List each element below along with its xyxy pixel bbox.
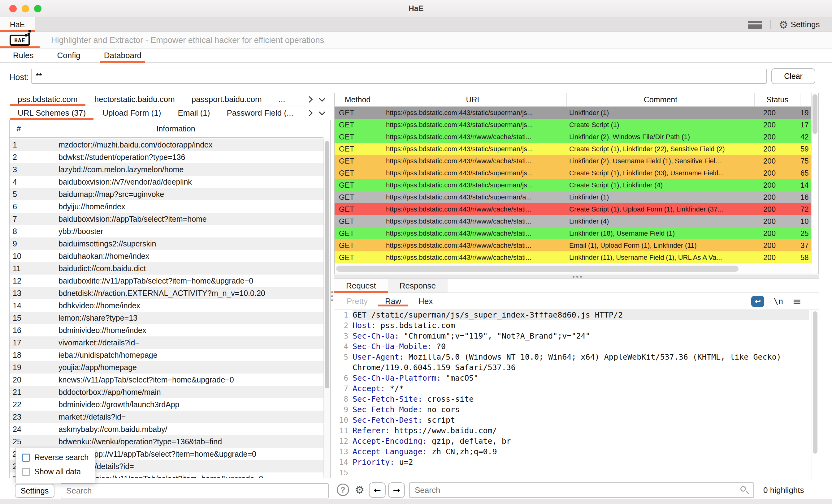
table-row[interactable]: 7 baiduboxvision://appTab/select?item=ho… bbox=[9, 213, 323, 225]
table-row[interactable]: 2 bdwkst://student/operation?type=136 bbox=[9, 151, 323, 163]
reverse-search-checkbox[interactable] bbox=[22, 454, 30, 461]
search-next-button[interactable]: → bbox=[388, 482, 405, 498]
table-row[interactable]: 22 bdminivideo://growth/launch3rdApp bbox=[9, 398, 323, 411]
table-row[interactable]: 3 lazybd://com.melon.lazymelon/home bbox=[9, 163, 323, 176]
help-icon[interactable]: ? bbox=[337, 484, 349, 496]
search-prev-button[interactable]: ← bbox=[369, 482, 386, 498]
row-index: 21 bbox=[9, 386, 28, 398]
format-tab[interactable]: Hex bbox=[410, 297, 441, 306]
tab-list-dropdown-icon[interactable] bbox=[319, 109, 325, 115]
column-header-status[interactable]: Status bbox=[755, 93, 800, 106]
show-all-data-option[interactable]: Show all data bbox=[22, 467, 81, 476]
tab-overflow-next-icon[interactable] bbox=[306, 96, 313, 103]
traffic-row[interactable]: GET https://pss.bdstatic.com:443/r/www/c… bbox=[335, 131, 811, 143]
type-tab-label: Password Field (... bbox=[227, 108, 293, 118]
traffic-row[interactable]: GET https://pss.bdstatic.com:443/static/… bbox=[335, 179, 811, 191]
clear-button[interactable]: Clear bbox=[771, 68, 815, 84]
column-header-index[interactable]: # bbox=[9, 120, 28, 137]
traffic-table-vscrollbar[interactable] bbox=[811, 93, 818, 263]
editor-scrollbar[interactable] bbox=[812, 310, 818, 480]
type-tab[interactable]: URL Schemes (37) bbox=[9, 106, 94, 120]
left-search-input[interactable] bbox=[61, 483, 329, 499]
row-index: 15 bbox=[9, 312, 28, 324]
scrollbar-thumb[interactable] bbox=[336, 265, 738, 272]
table-row[interactable]: 4 baiduboxvision://v7/vendor/ad/deeplink bbox=[9, 176, 323, 188]
column-header-information[interactable]: Information bbox=[28, 120, 323, 137]
traffic-row[interactable]: GET https://pss.bdstatic.com:443/static/… bbox=[335, 143, 811, 155]
reverse-search-option[interactable]: Reverse search bbox=[22, 453, 88, 462]
row-information: bdwenku://wenku/operation?type=136&tab=f… bbox=[28, 437, 323, 446]
traffic-table-hscrollbar[interactable] bbox=[335, 264, 811, 274]
host-tab[interactable]: ... bbox=[270, 93, 294, 106]
table-row[interactable]: 14 bdhkvideo://home/index bbox=[9, 299, 323, 312]
traffic-row[interactable]: GET https://pss.bdstatic.com:443/static/… bbox=[335, 119, 811, 131]
format-tab[interactable]: Raw bbox=[376, 297, 410, 306]
table-row[interactable]: 23 market://details?id= bbox=[9, 411, 323, 423]
column-header-method[interactable]: Method bbox=[335, 93, 381, 106]
table-row[interactable]: 21 bddoctorbox://app/home/main bbox=[9, 386, 323, 398]
tab-hae[interactable]: HaE bbox=[0, 17, 35, 32]
type-tab[interactable]: Email (1) bbox=[169, 106, 218, 120]
type-tab[interactable]: Password Field (... bbox=[218, 106, 302, 120]
table-row[interactable]: 5 baidumap://map?src=uginvoke bbox=[9, 188, 323, 200]
table-row[interactable]: 11 baidudict://com.baidu.dict bbox=[9, 262, 323, 275]
editor-menu-icon[interactable]: ≡ bbox=[793, 295, 802, 308]
traffic-row[interactable]: GET https://pss.bdstatic.com:443/r/www/c… bbox=[335, 251, 811, 263]
table-row[interactable]: 6 bdyiju://home/index bbox=[9, 200, 323, 213]
host-tab[interactable]: hectorstatic.baidu.com bbox=[86, 93, 183, 106]
nav-tab[interactable]: Config bbox=[53, 49, 84, 62]
request-editor[interactable]: 1 GET /static/superman/js/s_super_index-… bbox=[334, 310, 811, 480]
table-row[interactable]: 15 lemon://share?type=13 bbox=[9, 312, 323, 324]
traffic-row[interactable]: GET https://pss.bdstatic.com:443/r/www/c… bbox=[335, 203, 811, 215]
show-newlines-icon[interactable]: \n bbox=[774, 297, 783, 306]
table-row[interactable]: 18 ieba://unidispatch/homepage bbox=[9, 349, 323, 361]
traffic-row[interactable]: GET https://pss.bdstatic.com:443/r/www/c… bbox=[335, 215, 811, 227]
table-row[interactable]: 10 baiduhaokan://home/index bbox=[9, 250, 323, 262]
host-tab[interactable]: pss.bdstatic.com bbox=[9, 93, 86, 106]
layout-icon[interactable] bbox=[748, 21, 762, 29]
host-filter-input[interactable] bbox=[31, 68, 767, 84]
left-settings-button[interactable]: Settings bbox=[15, 484, 54, 498]
table-row[interactable]: 1 mzdoctor://muzhi.baidu.com/doctorapp/i… bbox=[9, 139, 323, 151]
table-row[interactable]: 25 bdwenku://wenku/operation?type=136&ta… bbox=[9, 436, 323, 448]
editor-search-input[interactable] bbox=[409, 482, 754, 498]
table-row[interactable]: 24 askmybaby://com.baidu.mbaby/ bbox=[9, 423, 323, 436]
table-row[interactable]: 12 baiduboxlite://v11/appTab/select?item… bbox=[9, 275, 323, 287]
format-tab[interactable]: Pretty bbox=[338, 297, 376, 306]
nav-tab[interactable]: Databoard bbox=[100, 49, 145, 62]
tab-list-dropdown-icon[interactable] bbox=[319, 95, 325, 102]
table-row[interactable]: 20 knews://v11/appTab/select?item=home&u… bbox=[9, 373, 323, 386]
column-header-length[interactable] bbox=[800, 93, 811, 106]
table-row[interactable]: 8 ybb://booster bbox=[9, 225, 323, 237]
traffic-row[interactable]: GET https://pss.bdstatic.com:443/static/… bbox=[335, 107, 811, 119]
show-all-data-checkbox[interactable] bbox=[22, 468, 30, 476]
type-tab[interactable]: Upload Form (1) bbox=[94, 106, 169, 120]
traffic-row[interactable]: GET https://pss.bdstatic.com:443/r/www/c… bbox=[335, 227, 811, 239]
table-row[interactable]: 17 vivomarket://details?id= bbox=[9, 336, 323, 349]
table-row[interactable]: 13 bdnetdisk://n/action.EXTERNAL_ACTIVIT… bbox=[9, 287, 323, 299]
traffic-row[interactable]: GET https://pss.bdstatic.com:443/r/www/c… bbox=[335, 239, 811, 251]
horizontal-splitter[interactable] bbox=[334, 275, 819, 279]
scrollbar-thumb[interactable] bbox=[325, 141, 329, 388]
scrollbar-thumb[interactable] bbox=[813, 311, 817, 454]
scrollbar-thumb[interactable] bbox=[812, 94, 817, 134]
table-row[interactable]: 9 baiduimsettings2://superskin bbox=[9, 237, 323, 250]
host-tab[interactable]: passport.baidu.com bbox=[183, 93, 270, 106]
info-table-scrollbar[interactable] bbox=[323, 139, 330, 478]
viewer-tab[interactable]: Request bbox=[334, 279, 388, 292]
panel-splitter-handle[interactable] bbox=[331, 291, 334, 301]
traffic-row[interactable]: GET https://pss.bdstatic.com:443/static/… bbox=[335, 191, 811, 203]
tab-hae-logo[interactable]: HAE bbox=[0, 32, 40, 48]
tab-overflow-next-icon[interactable] bbox=[306, 110, 313, 116]
column-header-url[interactable]: URL bbox=[381, 93, 567, 106]
table-row[interactable]: 19 youjia://app/homepage bbox=[9, 361, 323, 373]
nav-tab[interactable]: Rules bbox=[9, 49, 37, 62]
column-header-comment[interactable]: Comment bbox=[567, 93, 755, 106]
word-wrap-icon[interactable]: ↩ bbox=[751, 296, 764, 307]
traffic-row[interactable]: GET https://pss.bdstatic.com:443/r/www/c… bbox=[335, 155, 811, 167]
table-row[interactable]: 16 bdminivideo://home/index bbox=[9, 324, 323, 336]
editor-settings-button[interactable]: ⚙ bbox=[352, 482, 367, 497]
settings-button[interactable]: ⚙ Settings bbox=[779, 17, 820, 32]
traffic-row[interactable]: GET https://pss.bdstatic.com:443/static/… bbox=[335, 167, 811, 179]
viewer-tab[interactable]: Response bbox=[388, 279, 448, 292]
